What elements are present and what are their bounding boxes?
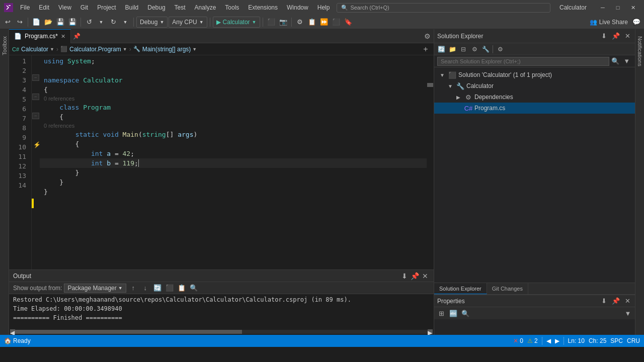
output-tb-3[interactable]: 🔄 [152,283,163,293]
status-git-icon[interactable]: 🏠 Ready [4,337,31,344]
back-button[interactable]: ↩ [2,17,13,28]
se-settings-button[interactable]: ⚙ [495,44,505,54]
toolbar-btn-1[interactable]: ⬛ [266,17,277,28]
status-ch-info[interactable]: Ch: 25 [589,337,606,344]
menu-analyze[interactable]: Analyze [191,3,220,13]
status-spc[interactable]: SPC [610,337,623,344]
tab-pin-button[interactable]: 📌 [71,33,83,40]
live-share-button[interactable]: 👥 Live Share [590,19,628,26]
save-button[interactable]: 💾 [55,17,66,28]
toolbar-btn-5[interactable]: ⏩ [318,17,330,28]
maximize-button[interactable]: □ [611,3,625,12]
output-tb-2[interactable]: ↓ [140,283,150,293]
toolbar-btn-6[interactable]: ⬛ [331,17,342,28]
se-sync-button[interactable]: 🔄 [436,44,446,54]
h-scroll-right[interactable]: ▶ [428,329,433,334]
menu-window[interactable]: Window [283,3,312,13]
forward-button[interactable]: ↪ [14,17,25,28]
close-button[interactable]: ✕ [626,3,640,12]
menu-help[interactable]: Help [313,3,334,13]
menu-test[interactable]: Test [171,3,190,13]
menu-file[interactable]: File [16,3,34,13]
breadcrumb-ns-dropdown[interactable]: Calculator ▼ [21,46,54,53]
props-alpha-button[interactable]: 🔤 [448,308,458,318]
se-search-icon[interactable]: 🔍 [609,57,621,65]
run-button[interactable]: ▶ Calculator ▼ [213,17,260,28]
title-search[interactable]: 🔍 Search (Ctrl+Q) [337,3,550,13]
debug-mode-dropdown[interactable]: Debug ▼ [136,17,168,28]
output-tb-5[interactable]: 📋 [177,283,187,293]
code-content[interactable]: using System ; namespace Calculator [40,55,427,269]
toolbar-btn-7[interactable]: 🔖 [343,17,354,28]
solution-expand[interactable]: ▼ [438,71,446,79]
output-tb-1[interactable]: ↑ [128,283,138,293]
save-all-button[interactable]: 💾 [67,17,78,28]
open-button[interactable]: 📂 [43,17,54,28]
feedback-button[interactable]: 💬 [631,17,642,28]
se-undock-button[interactable]: 📌 [610,32,621,40]
breadcrumb-method-dropdown[interactable]: Main(string[] args) ▼ [142,46,197,53]
status-cru[interactable]: CRU [627,337,640,344]
output-source-dropdown[interactable]: Package Manager ▼ [64,284,126,293]
se-close-button[interactable]: ✕ [623,32,632,40]
deps-expand[interactable]: ▶ [454,93,462,101]
project-expand[interactable]: ▼ [446,82,454,90]
menu-extensions[interactable]: Extensions [244,3,282,13]
props-pin-button[interactable]: ⬇ [600,297,608,305]
collapse-btn-method[interactable]: − [32,113,39,119]
tab-settings-button[interactable]: ⚙ [421,32,434,40]
status-line-info[interactable]: Ln: 10 [568,337,585,344]
new-file-button[interactable]: 📄 [31,17,42,28]
se-show-all-button[interactable]: 📁 [447,44,457,54]
h-scroll-left[interactable]: ◀ [10,329,15,334]
toolbar-btn-3[interactable]: ⚙ [294,17,305,28]
program-cs-tab[interactable]: 📄 Program.cs* ✕ [9,29,71,43]
se-filter-icon[interactable]: ▼ [621,57,632,65]
se-collapse-button[interactable]: ⊟ [458,44,468,54]
collapse-btn-class[interactable]: − [32,94,39,100]
output-pin-button[interactable]: 📌 [409,272,421,280]
menu-tools[interactable]: Tools [221,3,243,13]
menu-git[interactable]: Git [76,3,92,13]
props-undock-button[interactable]: 📌 [610,297,621,305]
minimize-button[interactable]: ─ [596,3,610,12]
status-warning-count[interactable]: ⚠ 2 [527,337,538,344]
menu-project[interactable]: Project [93,3,120,13]
props-search-button[interactable]: 🔍 [460,308,470,318]
breadcrumb-class-dropdown[interactable]: Calculator.Program ▼ [69,46,127,53]
tree-project[interactable]: ▼ 🔧 Calculator [434,80,635,92]
undo-drop-button[interactable]: ▼ [96,17,107,28]
menu-edit[interactable]: Edit [35,3,53,13]
redo-button[interactable]: ↻ [108,17,119,28]
se-properties-button[interactable]: ⚙ [469,44,479,54]
tab-close-button[interactable]: ✕ [61,33,65,40]
menu-view[interactable]: View [54,3,75,13]
output-undock-button[interactable]: ⬇ [400,272,409,280]
horizontal-scrollbar[interactable]: ◀ ▶ [9,329,434,335]
tab-git-changes[interactable]: Git Changes [487,283,528,294]
menu-build[interactable]: Build [121,3,143,13]
h-scroll-thumb[interactable] [15,330,242,334]
tab-solution-explorer[interactable]: Solution Explorer [434,283,487,294]
platform-dropdown[interactable]: Any CPU ▼ [169,17,207,28]
status-nav-forward[interactable]: ▶ [555,337,559,344]
props-cat-button[interactable]: ⊞ [436,308,446,318]
se-filter-button[interactable]: 🔧 [480,44,491,54]
nav-add-button[interactable]: + [421,44,431,54]
menu-debug[interactable]: Debug [143,3,169,13]
props-down-button[interactable]: ▼ [623,308,633,318]
se-search-input[interactable] [437,57,609,66]
se-pin-button[interactable]: ⬇ [600,32,608,40]
status-nav-back[interactable]: ◀ [546,337,551,344]
undo-button[interactable]: ↺ [84,17,95,28]
output-tb-6[interactable]: 🔍 [189,283,199,293]
tree-solution[interactable]: ▼ ⬛ Solution 'Calculator' (1 of 1 projec… [434,69,635,80]
output-tb-4[interactable]: ⬛ [165,283,175,293]
status-error-count[interactable]: ✕ 0 [513,337,523,344]
props-close-button[interactable]: ✕ [623,297,632,305]
output-close-button[interactable]: ✕ [421,272,430,280]
tree-program-cs[interactable]: C# Program.cs [434,103,635,114]
scroll-thumb[interactable] [427,83,433,87]
toolbar-btn-4[interactable]: 📋 [306,17,317,28]
toolbar-btn-2[interactable]: 📷 [278,17,289,28]
